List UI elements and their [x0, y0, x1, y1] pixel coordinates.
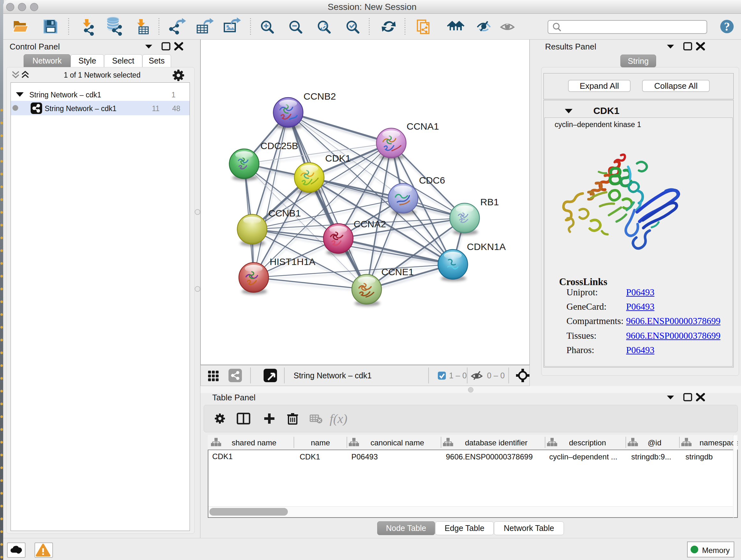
svg-text:HIST1H1A: HIST1H1A [270, 256, 315, 267]
svg-text:0 – 0: 0 – 0 [487, 371, 505, 380]
svg-text:CCNA2: CCNA2 [354, 219, 386, 229]
svg-text:stringdb: stringdb [685, 452, 713, 461]
svg-text:1 – 0: 1 – 0 [449, 371, 467, 380]
svg-text:CCNA1: CCNA1 [407, 121, 439, 132]
svg-text:CDC25B: CDC25B [260, 140, 298, 151]
svg-text:RB1: RB1 [480, 197, 499, 207]
svg-text:CDK1: CDK1 [212, 452, 232, 461]
svg-text:CDK1: CDK1 [325, 153, 351, 164]
svg-text:CCNE1: CCNE1 [381, 266, 414, 277]
svg-text:cyclin–dependent ...: cyclin–dependent ... [549, 452, 617, 461]
svg-text:description: description [569, 438, 606, 447]
svg-text:CDK1: CDK1 [300, 452, 320, 461]
svg-text:namespace: namespace [699, 438, 738, 447]
svg-text:CCNB2: CCNB2 [304, 91, 336, 102]
svg-text:?: ? [724, 20, 730, 33]
svg-text:String Network – cdk1: String Network – cdk1 [293, 371, 372, 380]
svg-text:CDC6: CDC6 [419, 175, 445, 186]
svg-text:stringdb:9...: stringdb:9... [631, 452, 671, 461]
svg-text:@id: @id [648, 438, 661, 447]
svg-text:CCNB1: CCNB1 [268, 208, 301, 219]
svg-text:P06493: P06493 [351, 452, 378, 461]
svg-text:f(x): f(x) [330, 412, 347, 426]
svg-text:shared name: shared name [232, 438, 276, 447]
svg-text:9606.ENSP00000378699: 9606.ENSP00000378699 [446, 452, 533, 461]
svg-text:canonical name: canonical name [370, 438, 424, 447]
svg-text:database identifier: database identifier [465, 438, 528, 447]
svg-text:CDKN1A: CDKN1A [467, 241, 506, 252]
svg-text:name: name [311, 438, 330, 447]
